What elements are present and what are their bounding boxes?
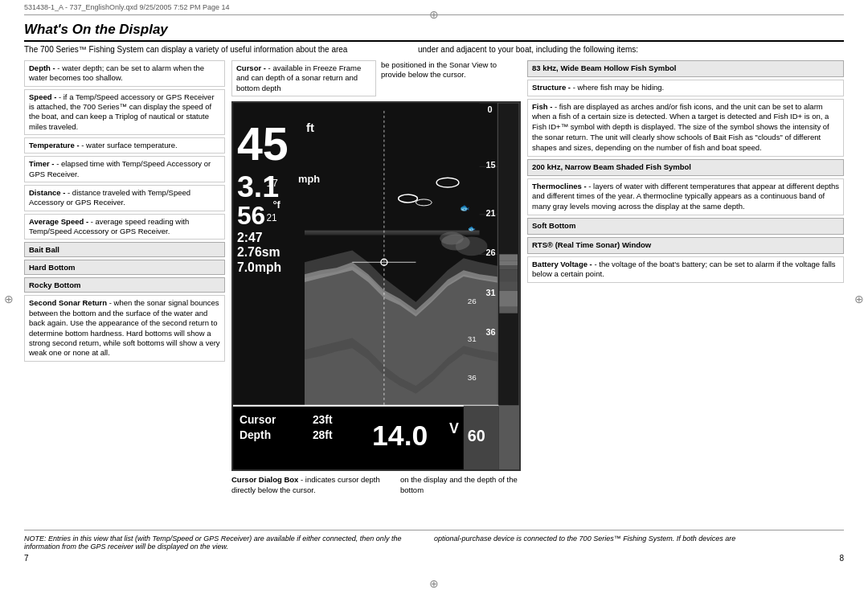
second-sonar-box: Second Sonar Return - when the sonar sig… xyxy=(24,295,225,361)
battery-box: Battery Voltage - - the voltage of the b… xyxy=(527,256,844,284)
svg-rect-21 xyxy=(305,235,480,236)
svg-text:23ft: 23ft xyxy=(313,413,333,426)
intro-text: The 700 Series™ Fishing System can displ… xyxy=(24,45,844,54)
svg-text:17: 17 xyxy=(267,177,278,189)
cursor-dialog-label: Cursor Dialog Box xyxy=(231,475,298,484)
temp-text: - water surface temperature. xyxy=(81,141,177,150)
right-registration-mark: ⊕ xyxy=(854,293,864,305)
svg-text:28ft: 28ft xyxy=(313,428,333,441)
svg-text:26: 26 xyxy=(468,297,477,305)
timer-label: Timer - xyxy=(29,159,56,168)
svg-rect-36 xyxy=(499,254,518,260)
svg-text:31: 31 xyxy=(485,288,495,297)
svg-text:°f: °f xyxy=(272,199,280,211)
fish-label: Fish - xyxy=(532,102,555,111)
svg-text:Depth: Depth xyxy=(240,428,271,441)
timer-text: - elapsed time with Temp/Speed Accessory… xyxy=(29,159,211,178)
fish-symbol-label: 83 kHz, Wide Beam Hollow Fish Symbol xyxy=(527,60,844,77)
svg-text:36: 36 xyxy=(468,373,477,382)
page-container: ⊕ ⊕ ⊕ ⊕ 531438-1_A - 737_EnglishOnly.qxd… xyxy=(0,0,868,598)
page-title: What's On the Display xyxy=(24,22,844,42)
soft-bottom-label: Soft Bottom xyxy=(527,218,844,235)
sonar-caption: Cursor Dialog Box - indicates cursor dep… xyxy=(231,474,521,496)
svg-text:V: V xyxy=(449,420,459,436)
svg-text:26: 26 xyxy=(485,248,495,257)
temp-label: Temperature - xyxy=(29,141,81,150)
rocky-bottom-label: Rocky Bottom xyxy=(24,277,225,293)
fish-text: - fish are displayed as arches and/or fi… xyxy=(532,102,829,152)
svg-text:Cursor: Cursor xyxy=(240,413,276,426)
main-content: Depth - - water depth; can be set to ala… xyxy=(24,60,844,526)
narrow-fish-label: 200 kHz, Narrow Beam Shaded Fish Symbol xyxy=(527,159,844,176)
speed-box: Speed - - if a Temp/Speed accessory or G… xyxy=(24,89,225,135)
svg-text:14.0: 14.0 xyxy=(372,420,428,452)
thermocline-label: Thermoclines - xyxy=(532,182,588,190)
structure-box: Structure - - where fish may be hiding. xyxy=(527,80,844,96)
intro-left: The 700 Series™ Fishing System can displ… xyxy=(24,45,418,54)
sonar-display: 🐟 🐟 0 xyxy=(231,101,521,471)
svg-text:2.76sm: 2.76sm xyxy=(237,245,280,259)
distance-box: Distance - - distance traveled with Temp… xyxy=(24,185,225,211)
svg-text:ft: ft xyxy=(306,121,314,134)
bait-ball-label: Bait Ball xyxy=(24,242,225,257)
file-info: 531438-1_A - 737_EnglishOnly.qxd 9/25/20… xyxy=(24,3,230,11)
intro-right: under and adjacent to your boat, includi… xyxy=(418,45,844,54)
cursor-dialog-caption-right: on the display and the depth of the bott… xyxy=(400,474,521,496)
svg-text:2:47: 2:47 xyxy=(237,231,263,244)
svg-rect-37 xyxy=(499,260,518,265)
bottom-registration-mark: ⊕ xyxy=(429,577,439,590)
structure-label: Structure - xyxy=(532,83,573,92)
svg-rect-19 xyxy=(305,231,480,233)
svg-text:36: 36 xyxy=(485,327,495,337)
sonar-echogram: 🐟 🐟 0 xyxy=(233,103,519,469)
timer-box: Timer - - elapsed time with Temp/Speed A… xyxy=(24,156,225,182)
left-registration-mark: ⊕ xyxy=(4,293,14,305)
svg-rect-38 xyxy=(499,265,518,269)
svg-rect-41 xyxy=(499,291,518,307)
svg-text:🐟: 🐟 xyxy=(460,203,470,213)
page-number-left: 7 xyxy=(24,554,29,563)
svg-text:15: 15 xyxy=(485,160,495,170)
svg-text:31: 31 xyxy=(468,334,477,343)
avg-speed-box: Average Speed - - average speed reading … xyxy=(24,214,225,240)
svg-text:21: 21 xyxy=(267,212,278,223)
depth-box: Depth - - water depth; can be set to ala… xyxy=(24,60,225,87)
second-sonar-label: Second Sonar Return xyxy=(29,298,109,307)
svg-text:21: 21 xyxy=(485,208,495,218)
rts-label: RTS® (Real Time Sonar) Window xyxy=(527,237,844,254)
avg-speed-label: Average Speed - xyxy=(29,217,91,226)
structure-text: - where fish may be hiding. xyxy=(573,83,665,92)
svg-point-18 xyxy=(456,237,488,256)
svg-text:7.0mph: 7.0mph xyxy=(237,260,281,274)
cursor-row: Cursor - - available in Freeze Frame and… xyxy=(231,60,521,96)
svg-text:0: 0 xyxy=(487,104,492,114)
top-registration-mark: ⊕ xyxy=(429,8,439,21)
left-column: Depth - - water depth; can be set to ala… xyxy=(24,60,225,526)
svg-text:56: 56 xyxy=(237,201,265,230)
battery-label: Battery Voltage - xyxy=(532,260,594,268)
svg-text:60: 60 xyxy=(468,427,485,444)
svg-rect-40 xyxy=(499,281,518,291)
svg-rect-42 xyxy=(499,307,518,313)
fish-box: Fish - - fish are displayed as arches an… xyxy=(527,99,844,157)
center-column: Cursor - - available in Freeze Frame and… xyxy=(231,60,521,526)
cursor-box: Cursor - - available in Freeze Frame and… xyxy=(231,60,376,96)
page-numbers: 7 8 xyxy=(24,551,844,566)
depth-label: Depth - xyxy=(29,63,57,72)
cursor-right: be positioned in the Sonar View to provi… xyxy=(381,60,521,96)
note-left: NOTE: Entries in this view that list (wi… xyxy=(24,535,418,551)
svg-text:mph: mph xyxy=(298,173,320,185)
right-column: 83 kHz, Wide Beam Hollow Fish Symbol Str… xyxy=(527,60,844,526)
page-number-right: 8 xyxy=(839,554,844,563)
hard-bottom-label: Hard Bottom xyxy=(24,260,225,275)
speed-label: Speed - xyxy=(29,92,59,101)
note-right: optional-purchase device is connected to… xyxy=(434,535,844,551)
distance-label: Distance - xyxy=(29,188,68,197)
svg-rect-39 xyxy=(499,269,518,281)
note-section: NOTE: Entries in this view that list (wi… xyxy=(24,530,844,551)
svg-text:45: 45 xyxy=(237,118,289,170)
cursor-dialog-caption: Cursor Dialog Box - indicates cursor dep… xyxy=(231,474,392,496)
svg-rect-20 xyxy=(305,233,480,235)
cursor-label: Cursor - xyxy=(236,63,268,72)
thermocline-box: Thermoclines - - layers of water with di… xyxy=(527,178,844,215)
